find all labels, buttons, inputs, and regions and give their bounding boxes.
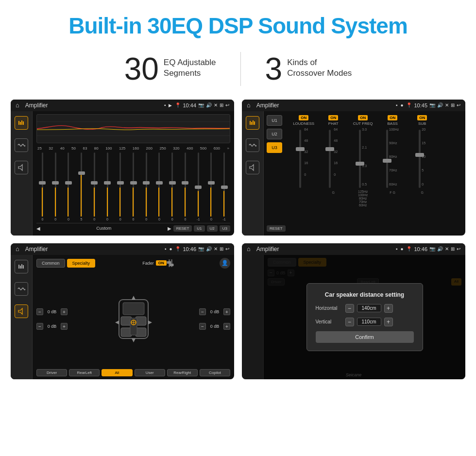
- eq-slider-1[interactable]: 0: [36, 152, 49, 221]
- rearleft-btn[interactable]: RearLeft: [69, 369, 100, 376]
- cross-reset-btn[interactable]: RESET: [267, 225, 286, 232]
- cross-volume-icon[interactable]: 🔊: [437, 102, 443, 108]
- db-minus-4[interactable]: −: [199, 323, 206, 330]
- eq-slider-12[interactable]: 0: [179, 152, 191, 221]
- eq-slider-2[interactable]: 0: [50, 152, 62, 221]
- eq-time: 10:44: [183, 102, 196, 108]
- db-plus-3[interactable]: +: [223, 308, 230, 315]
- eq-play-icon[interactable]: ▶: [169, 103, 172, 108]
- speaker-home-icon[interactable]: ⌂: [16, 245, 19, 253]
- cross-sidebar-speaker-icon[interactable]: [246, 161, 259, 174]
- dialog-vertical-label: Vertical: [316, 319, 342, 324]
- eq-next-icon[interactable]: ▶: [168, 226, 171, 231]
- eq-back-icon[interactable]: ↩: [225, 102, 229, 108]
- cross-time: 10:45: [414, 102, 427, 108]
- driver-btn[interactable]: Driver: [36, 369, 67, 376]
- cross-u2-btn[interactable]: U2: [267, 129, 282, 139]
- speaker-window-icon[interactable]: ⊞: [220, 246, 223, 252]
- speaker-sidebar-eq-icon[interactable]: [15, 260, 28, 273]
- confirm-button[interactable]: Confirm: [316, 331, 414, 343]
- speaker-close-icon[interactable]: ✕: [214, 246, 218, 252]
- eq-sidebar-eq-icon[interactable]: [15, 116, 28, 130]
- eq-expand-icon[interactable]: »: [227, 146, 229, 151]
- cross-cutfreq: ON CUT FREQ 3.02.11.30.5 125Hz100Hz80Hz7…: [350, 115, 376, 207]
- eq-slider-7[interactable]: 0: [114, 152, 126, 221]
- eq-u1-btn[interactable]: U1: [194, 225, 204, 232]
- eq-window-icon[interactable]: ⊞: [220, 102, 223, 108]
- cross-back-icon[interactable]: ↩: [457, 102, 460, 108]
- eq-u3-btn[interactable]: U3: [220, 225, 230, 232]
- eq-slider-11[interactable]: 0: [166, 152, 178, 221]
- svg-rect-10: [253, 120, 254, 125]
- eq-label-500: 500: [200, 146, 206, 151]
- db-minus-1[interactable]: −: [36, 308, 43, 315]
- cross-close-icon[interactable]: ✕: [445, 102, 449, 108]
- db-plus-2[interactable]: +: [61, 323, 68, 330]
- dialog-h-minus[interactable]: −: [345, 304, 354, 313]
- dist-window-icon[interactable]: ⊞: [451, 246, 455, 252]
- eq-label-100: 100: [105, 146, 112, 151]
- dist-back-icon[interactable]: ↩: [457, 246, 460, 252]
- svg-rect-0: [18, 121, 19, 125]
- dialog-v-minus[interactable]: −: [345, 318, 354, 326]
- eq-u2-btn[interactable]: U2: [207, 225, 218, 232]
- dialog-h-plus[interactable]: +: [384, 304, 393, 313]
- specialty-btn[interactable]: Specialty: [67, 259, 96, 268]
- dist-dot-icon: ●: [400, 246, 403, 252]
- speaker-sidebar-speaker-icon[interactable]: [15, 304, 28, 318]
- eq-sidebar-speaker-icon[interactable]: [15, 161, 28, 174]
- eq-home-icon[interactable]: ⌂: [16, 101, 19, 109]
- dialog-v-plus[interactable]: +: [384, 318, 393, 326]
- eq-label-50: 50: [71, 146, 76, 151]
- cross-app-name: Amplifier: [256, 102, 393, 109]
- cross-home-icon[interactable]: ⌂: [247, 101, 251, 109]
- db-plus-1[interactable]: +: [61, 308, 68, 315]
- db-plus-4[interactable]: +: [223, 323, 230, 330]
- eq-slider-13[interactable]: -1: [192, 152, 204, 221]
- user-btn[interactable]: User: [135, 369, 165, 376]
- eq-slider-10[interactable]: 0: [153, 152, 166, 221]
- eq-volume-icon[interactable]: 🔊: [206, 102, 212, 108]
- eq-slider-9[interactable]: 0: [140, 152, 153, 221]
- eq-label-32: 32: [49, 146, 53, 151]
- all-btn[interactable]: All: [102, 369, 132, 376]
- db-val-1: 0 dB: [45, 309, 59, 314]
- db-row-2: − 0 dB +: [36, 323, 68, 330]
- speaker-sidebar-wave-icon[interactable]: [15, 282, 28, 296]
- eq-slider-15[interactable]: -1: [218, 152, 230, 221]
- eq-reset-btn[interactable]: RESET: [173, 225, 192, 232]
- speaker-back-icon[interactable]: ↩: [225, 246, 229, 252]
- cross-status-bar: ⌂ Amplifier ▪ ● 📍 10:45 📷 🔊 ✕ ⊞ ↩: [242, 100, 465, 111]
- eq-slider-3[interactable]: 0: [62, 152, 74, 221]
- speaker-top: Common Specialty Fader ON 👤: [36, 258, 230, 269]
- eq-slider-5[interactable]: 0: [88, 152, 101, 221]
- cross-u3-btn[interactable]: U3: [267, 142, 282, 153]
- db-minus-3[interactable]: −: [199, 308, 206, 315]
- rearright-btn[interactable]: RearRight: [167, 369, 198, 376]
- speaker-volume-icon[interactable]: 🔊: [206, 246, 212, 252]
- cross-u1-btn[interactable]: U1: [267, 115, 282, 126]
- cross-record-icon: ▪: [396, 102, 398, 108]
- common-btn[interactable]: Common: [36, 259, 65, 268]
- db-minus-2[interactable]: −: [36, 323, 43, 330]
- cross-window-icon[interactable]: ⊞: [451, 102, 455, 108]
- copilot-btn[interactable]: Copilot: [200, 369, 230, 376]
- cross-sidebar-eq-icon[interactable]: [246, 116, 259, 130]
- speaker-pin-icon: 📍: [175, 246, 181, 252]
- eq-close-icon[interactable]: ✕: [214, 102, 218, 108]
- cross-pin-icon: 📍: [406, 102, 412, 108]
- dist-volume-icon[interactable]: 🔊: [437, 246, 443, 252]
- eq-prev-icon[interactable]: ◀: [36, 226, 40, 231]
- eq-sidebar-wave-icon[interactable]: [15, 138, 28, 152]
- eq-slider-4[interactable]: 5: [75, 152, 87, 221]
- eq-slider-6[interactable]: 0: [102, 152, 114, 221]
- dist-close-icon[interactable]: ✕: [445, 246, 449, 252]
- eq-slider-8[interactable]: 0: [127, 152, 139, 221]
- db-val-4: 0 dB: [208, 324, 221, 329]
- stat-eq: 30 EQ Adjustable Segments: [100, 53, 240, 84]
- eq-slider-14[interactable]: 0: [205, 152, 218, 221]
- speaker-right-db: − 0 dB + − 0 dB +: [199, 271, 230, 367]
- svg-marker-4: [18, 165, 22, 170]
- dist-home-icon[interactable]: ⌂: [247, 245, 251, 253]
- cross-sidebar-wave-icon[interactable]: [246, 138, 259, 152]
